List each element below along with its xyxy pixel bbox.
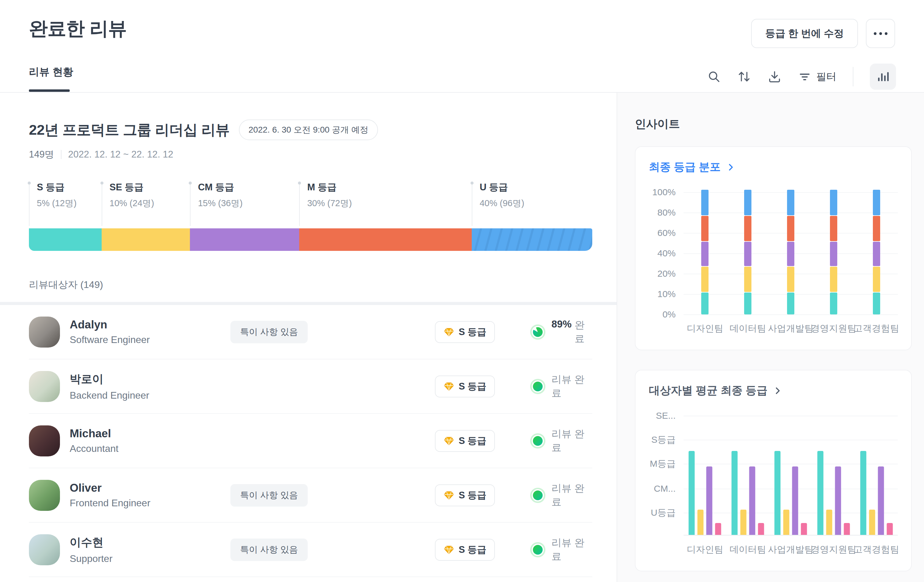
status-label: 리뷰 완료 [551,482,592,509]
bar-group-디자인팀 [689,451,721,535]
avatar [29,480,60,511]
distribution-label: S 등급5% (12명) [37,181,77,209]
avatar [29,426,60,456]
y-tick-label: CM... [654,483,676,494]
avatar [29,534,60,565]
note-badge: 특이 사항 있음 [230,321,308,343]
sort-icon[interactable] [737,70,751,83]
insights-title: 인사이트 [635,117,912,132]
avatar [29,371,60,402]
avatar [29,317,60,348]
review-status: 리뷰 완료 [530,536,592,564]
plot-area [683,416,898,536]
y-tick-label: M등급 [650,457,676,470]
reviewee-name: 박로이 [70,372,149,387]
header-actions: 등급 한 번에 수정 [751,19,895,48]
reviewee-section-title: 리뷰대상자 (149) [29,278,592,292]
reviewee-role: Frontend Engineer [70,498,150,509]
reviewee-name: 이수현 [70,535,112,550]
y-tick-label: S등급 [651,433,676,446]
reviewee-name: Oliver [70,482,150,495]
bar-group-경영지원팀 [817,451,850,535]
stacked-bar-경영지원팀 [830,190,837,314]
reviewee-role: Accountant [70,443,119,454]
distribution-tick [472,183,472,226]
complete-circle-icon [530,433,545,449]
distribution-tick [299,183,300,226]
x-tick-label: 사업개발팀 [768,543,813,556]
bar-chart-icon [876,70,890,84]
gem-icon [444,490,454,501]
distribution-tick [29,183,30,226]
reviewee-row[interactable]: AdalynSoftware Engineer특이 사항 있음S 등급89%완료 [29,305,592,359]
bar-group-데이터팀 [732,451,764,535]
x-tick-label: 데이터팀 [729,322,766,335]
y-tick-label: 0% [663,309,676,320]
review-status: 리뷰 완료 [530,427,592,455]
insights-panel: 인사이트 최종 등급 분포 100%80%60%40%20%10%0% 디자인팀… [617,93,924,582]
download-icon[interactable] [767,70,782,83]
grade-badge[interactable]: S 등급 [435,321,495,343]
bulk-edit-grades-button[interactable]: 등급 한 번에 수정 [751,19,858,48]
gem-icon [444,436,454,446]
distribution-label: CM 등급15% (36명) [198,181,243,209]
chevron-right-icon [774,387,782,395]
distribution-bar [29,229,592,251]
people-count: 149명 [29,148,54,161]
distribution-segment-3 [299,229,472,251]
stacked-bar-사업개발팀 [787,190,794,314]
search-icon[interactable] [707,70,721,83]
grade-badge[interactable]: S 등급 [435,539,495,561]
tab-review-status[interactable]: 리뷰 현황 [29,65,73,79]
review-status: 리뷰 완료 [530,482,592,509]
meta-divider [61,150,61,159]
reviewee-name: Michael [70,427,119,440]
distribution-label: SE 등급10% (24명) [110,181,154,209]
distribution-segment-2 [190,229,299,251]
status-label: 리뷰 완료 [551,427,592,455]
reviewee-row[interactable]: 박로이Backend EngineerS 등급리뷰 완료 [29,359,592,414]
review-cycle-title: 22년 프로덕트 그룹 리더십 리뷰 [29,120,230,140]
distribution-tick [190,183,191,226]
more-button[interactable] [866,19,895,48]
reviewee-name: Adalyn [70,318,150,331]
grade-distribution: S 등급5% (12명)SE 등급10% (24명)CM 등급15% (36명)… [29,181,592,251]
status-strong: 89% [551,318,572,346]
y-axis: SE...S등급M등급CM...U등급 [649,416,676,536]
status-label: 리뷰 완료 [551,373,592,400]
ellipsis-icon [874,32,876,35]
gem-icon [444,327,454,337]
grade-badge[interactable]: S 등급 [435,430,495,452]
status-label: 리뷰 완료 [551,536,592,564]
progress-pie-icon [530,324,545,340]
y-tick-label: 10% [657,289,676,299]
reviewee-role: Software Engineer [70,334,150,345]
reviewee-row[interactable]: 이수현Supporter특이 사항 있음S 등급리뷰 완료 [29,523,592,577]
distribution-tick [102,183,102,226]
complete-circle-icon [530,379,545,394]
date-range: 2022. 12. 12 ~ 22. 12. 12 [68,149,173,160]
x-tick-label: 데이터팀 [729,543,766,556]
y-tick-label: SE... [656,411,676,421]
y-tick-label: 60% [657,228,676,238]
average-final-grade-link[interactable]: 대상자별 평균 최종 등급 [649,383,898,398]
reviewee-row[interactable]: MichaelAccountantS 등급리뷰 완료 [29,414,592,468]
toolbar: 필터 [707,62,896,90]
grade-badge[interactable]: S 등급 [435,375,495,398]
filter-button[interactable]: 필터 [798,70,837,84]
x-tick-label: 고객경험팀 [854,543,899,556]
final-grade-distribution-link[interactable]: 최종 등급 분포 [649,159,898,174]
grade-badge[interactable]: S 등급 [435,484,495,506]
stacked-bar-데이터팀 [744,190,751,314]
distribution-segment-4 [472,229,592,251]
bar-group-고객경험팀 [860,451,893,535]
main-content: 22년 프로덕트 그룹 리더십 리뷰 2022. 6. 30 오전 9:00 공… [0,93,617,582]
x-tick-label: 디자인팀 [686,322,723,335]
note-badge: 특이 사항 있음 [230,484,308,506]
review-status: 리뷰 완료 [530,373,592,400]
distribution-label: M 등급30% (72명) [307,181,352,209]
reviewee-row[interactable]: OliverFrontend Engineer특이 사항 있음S 등급리뷰 완료 [29,468,592,523]
chart-view-button[interactable] [870,64,896,90]
reviewee-list: AdalynSoftware Engineer특이 사항 있음S 등급89%완료… [29,305,592,577]
reviewee-role: Backend Engineer [70,390,149,401]
